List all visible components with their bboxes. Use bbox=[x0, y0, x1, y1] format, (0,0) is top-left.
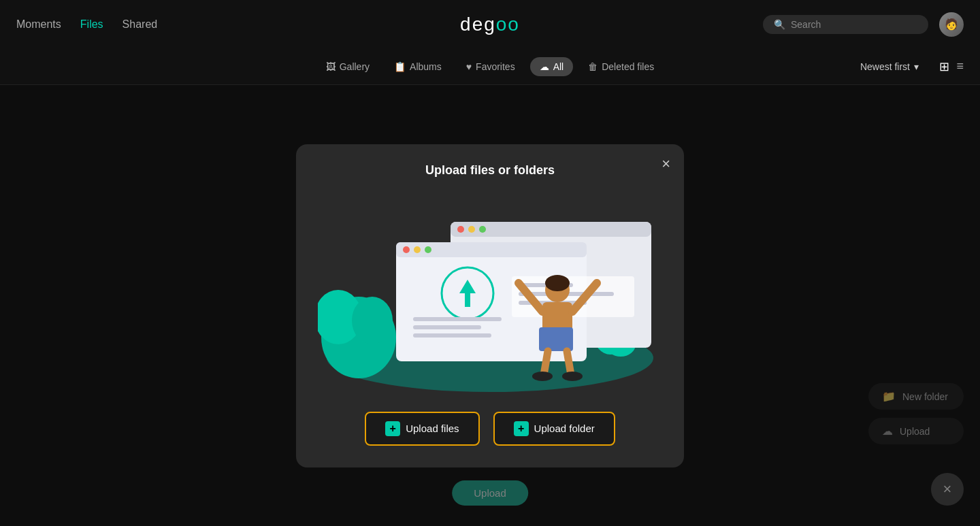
gallery-icon: 🖼 bbox=[326, 61, 336, 72]
tab-all[interactable]: ☁ All bbox=[530, 57, 574, 76]
subheader: 🖼 Gallery 📋 Albums ♥ Favorites ☁ All 🗑 D… bbox=[0, 48, 980, 85]
favorites-icon: ♥ bbox=[466, 61, 472, 72]
nav-right: 🔍 🧑 bbox=[763, 12, 964, 37]
tab-favorites[interactable]: ♥ Favorites bbox=[457, 57, 525, 76]
sort-control[interactable]: Newest first ▾ bbox=[860, 61, 919, 72]
tab-albums-label: Albums bbox=[410, 61, 442, 72]
svg-point-12 bbox=[479, 226, 486, 233]
app-logo: degoo bbox=[460, 14, 520, 35]
avatar[interactable]: 🧑 bbox=[939, 12, 964, 37]
list-view-icon[interactable]: ≡ bbox=[956, 59, 964, 73]
avatar-emoji: 🧑 bbox=[945, 18, 958, 31]
svg-rect-21 bbox=[413, 325, 481, 329]
tab-deleted-label: Deleted files bbox=[602, 61, 654, 72]
search-input[interactable] bbox=[791, 19, 917, 30]
all-icon: ☁ bbox=[540, 61, 549, 72]
header: Moments Files Shared degoo 🔍 🧑 bbox=[0, 0, 980, 48]
tab-deleted[interactable]: 🗑 Deleted files bbox=[578, 57, 664, 76]
modal-close-button[interactable]: × bbox=[662, 155, 670, 173]
tab-all-label: All bbox=[553, 61, 564, 72]
upload-files-button[interactable]: + Upload files bbox=[365, 412, 479, 446]
tab-gallery-label: Gallery bbox=[340, 61, 370, 72]
tab-favorites-label: Favorites bbox=[476, 61, 515, 72]
svg-point-3 bbox=[352, 297, 393, 344]
modal-illustration bbox=[318, 191, 662, 395]
svg-point-11 bbox=[468, 226, 475, 233]
deleted-icon: 🗑 bbox=[588, 61, 598, 72]
svg-point-17 bbox=[425, 246, 431, 253]
nav-left: Moments Files Shared bbox=[16, 18, 157, 31]
modal-overlay: Upload files or folders × bbox=[0, 85, 980, 526]
upload-folder-plus-icon: + bbox=[514, 421, 529, 436]
modal-title: Upload files or folders bbox=[318, 163, 662, 178]
tab-albums[interactable]: 📋 Albums bbox=[385, 57, 451, 76]
upload-files-plus-icon: + bbox=[385, 421, 400, 436]
upload-folder-button[interactable]: + Upload folder bbox=[493, 412, 615, 446]
svg-line-33 bbox=[544, 351, 548, 375]
nav-moments[interactable]: Moments bbox=[16, 18, 61, 31]
view-controls: ⊞ ≡ bbox=[939, 59, 964, 74]
sort-label: Newest first bbox=[860, 61, 910, 72]
svg-point-28 bbox=[545, 275, 570, 291]
upload-folder-label: Upload folder bbox=[534, 423, 595, 434]
search-icon: 🔍 bbox=[774, 19, 785, 30]
svg-rect-20 bbox=[413, 317, 502, 321]
nav-shared[interactable]: Shared bbox=[122, 18, 158, 31]
svg-point-35 bbox=[532, 372, 553, 381]
svg-point-16 bbox=[414, 246, 421, 253]
nav-files[interactable]: Files bbox=[80, 18, 103, 31]
svg-rect-22 bbox=[413, 333, 491, 338]
upload-modal: Upload files or folders × bbox=[296, 144, 684, 467]
search-box[interactable]: 🔍 bbox=[763, 15, 928, 34]
svg-point-36 bbox=[562, 372, 583, 381]
svg-point-10 bbox=[457, 226, 464, 233]
sort-chevron-icon: ▾ bbox=[914, 61, 919, 72]
grid-view-icon[interactable]: ⊞ bbox=[939, 59, 949, 74]
upload-files-label: Upload files bbox=[406, 423, 459, 434]
main-area: Drop or upload files Upload 📁 New folder… bbox=[0, 85, 980, 526]
tab-gallery[interactable]: 🖼 Gallery bbox=[316, 57, 379, 76]
svg-line-34 bbox=[567, 351, 571, 375]
albums-icon: 📋 bbox=[394, 61, 406, 72]
modal-actions: + Upload files + Upload folder bbox=[318, 412, 662, 446]
svg-point-15 bbox=[403, 246, 410, 253]
